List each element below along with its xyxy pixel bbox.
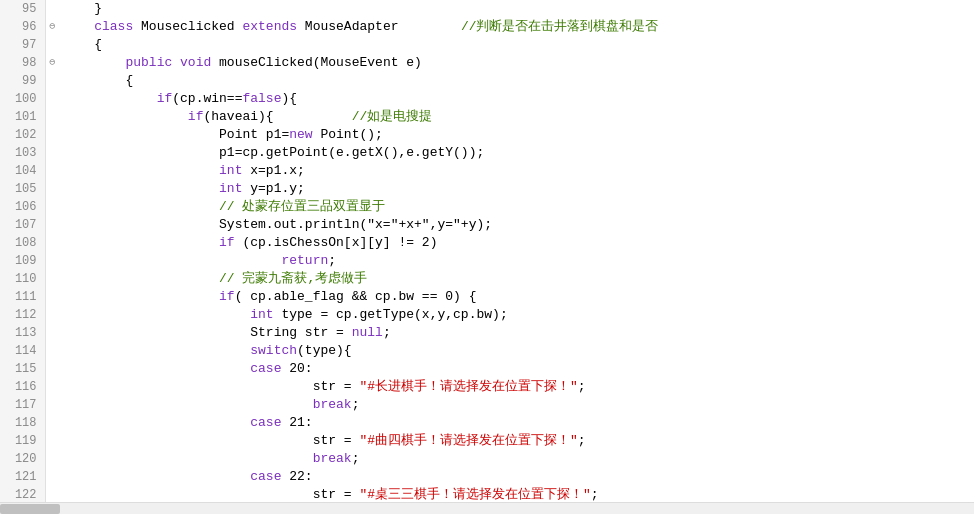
line-content: Point p1=new Point(); bbox=[59, 126, 974, 144]
line-content: case 21: bbox=[59, 414, 974, 432]
table-row: 108 if (cp.isChessOn[x][y] != 2) bbox=[0, 234, 974, 252]
line-content: if(cp.win==false){ bbox=[59, 90, 974, 108]
line-number: 98 bbox=[0, 54, 45, 72]
line-number: 116 bbox=[0, 378, 45, 396]
line-content: break; bbox=[59, 450, 974, 468]
table-row: 98⊖ public void mouseClicked(MouseEvent … bbox=[0, 54, 974, 72]
table-row: 100 if(cp.win==false){ bbox=[0, 90, 974, 108]
code-table: 95 }96⊖ class Mouseclicked extends Mouse… bbox=[0, 0, 974, 514]
line-content: String str = null; bbox=[59, 324, 974, 342]
line-content: case 20: bbox=[59, 360, 974, 378]
table-row: 101 if(haveai){ //如是电搜提 bbox=[0, 108, 974, 126]
fold-icon[interactable] bbox=[45, 396, 59, 414]
fold-icon[interactable] bbox=[45, 306, 59, 324]
line-number: 102 bbox=[0, 126, 45, 144]
line-number: 107 bbox=[0, 216, 45, 234]
line-content: int type = cp.getType(x,y,cp.bw); bbox=[59, 306, 974, 324]
table-row: 109 return; bbox=[0, 252, 974, 270]
line-content: if(haveai){ //如是电搜提 bbox=[59, 108, 974, 126]
table-row: 121 case 22: bbox=[0, 468, 974, 486]
table-row: 106 // 处蒙存位置三品双置显于 bbox=[0, 198, 974, 216]
line-content: break; bbox=[59, 396, 974, 414]
line-number: 99 bbox=[0, 72, 45, 90]
line-content: public void mouseClicked(MouseEvent e) bbox=[59, 54, 974, 72]
fold-icon[interactable] bbox=[45, 342, 59, 360]
line-number: 112 bbox=[0, 306, 45, 324]
table-row: 118 case 21: bbox=[0, 414, 974, 432]
fold-icon[interactable] bbox=[45, 252, 59, 270]
table-row: 107 System.out.println("x="+x+",y="+y); bbox=[0, 216, 974, 234]
fold-icon[interactable] bbox=[45, 108, 59, 126]
line-number: 104 bbox=[0, 162, 45, 180]
line-number: 103 bbox=[0, 144, 45, 162]
fold-icon[interactable] bbox=[45, 288, 59, 306]
line-content: int x=p1.x; bbox=[59, 162, 974, 180]
table-row: 117 break; bbox=[0, 396, 974, 414]
fold-icon[interactable] bbox=[45, 450, 59, 468]
table-row: 103 p1=cp.getPoint(e.getX(),e.getY()); bbox=[0, 144, 974, 162]
line-number: 115 bbox=[0, 360, 45, 378]
fold-icon[interactable] bbox=[45, 324, 59, 342]
table-row: 120 break; bbox=[0, 450, 974, 468]
fold-icon[interactable] bbox=[45, 36, 59, 54]
fold-icon[interactable] bbox=[45, 162, 59, 180]
fold-icon[interactable] bbox=[45, 270, 59, 288]
line-number: 109 bbox=[0, 252, 45, 270]
line-content: if( cp.able_flag && cp.bw == 0) { bbox=[59, 288, 974, 306]
table-row: 113 String str = null; bbox=[0, 324, 974, 342]
table-row: 112 int type = cp.getType(x,y,cp.bw); bbox=[0, 306, 974, 324]
fold-icon[interactable] bbox=[45, 468, 59, 486]
fold-icon[interactable]: ⊖ bbox=[45, 54, 59, 72]
fold-icon[interactable] bbox=[45, 414, 59, 432]
line-content: { bbox=[59, 36, 974, 54]
line-content: // 处蒙存位置三品双置显于 bbox=[59, 198, 974, 216]
fold-icon[interactable] bbox=[45, 216, 59, 234]
line-number: 108 bbox=[0, 234, 45, 252]
line-number: 100 bbox=[0, 90, 45, 108]
line-content: System.out.println("x="+x+",y="+y); bbox=[59, 216, 974, 234]
table-row: 110 // 完蒙九斋获,考虑做手 bbox=[0, 270, 974, 288]
line-content: } bbox=[59, 0, 974, 18]
line-content: class Mouseclicked extends MouseAdapter … bbox=[59, 18, 974, 36]
fold-icon[interactable] bbox=[45, 378, 59, 396]
line-number: 121 bbox=[0, 468, 45, 486]
table-row: 111 if( cp.able_flag && cp.bw == 0) { bbox=[0, 288, 974, 306]
line-number: 105 bbox=[0, 180, 45, 198]
line-content: str = "#长进棋手！请选择发在位置下探！"; bbox=[59, 378, 974, 396]
table-row: 105 int y=p1.y; bbox=[0, 180, 974, 198]
table-row: 97 { bbox=[0, 36, 974, 54]
line-number: 106 bbox=[0, 198, 45, 216]
table-row: 96⊖ class Mouseclicked extends MouseAdap… bbox=[0, 18, 974, 36]
line-content: { bbox=[59, 72, 974, 90]
line-content: switch(type){ bbox=[59, 342, 974, 360]
line-content: case 22: bbox=[59, 468, 974, 486]
scrollbar-thumb[interactable] bbox=[0, 504, 60, 514]
line-content: return; bbox=[59, 252, 974, 270]
line-number: 114 bbox=[0, 342, 45, 360]
line-number: 110 bbox=[0, 270, 45, 288]
line-number: 97 bbox=[0, 36, 45, 54]
table-row: 115 case 20: bbox=[0, 360, 974, 378]
fold-icon[interactable] bbox=[45, 90, 59, 108]
fold-icon[interactable] bbox=[45, 180, 59, 198]
fold-icon[interactable] bbox=[45, 234, 59, 252]
fold-icon[interactable] bbox=[45, 360, 59, 378]
line-content: p1=cp.getPoint(e.getX(),e.getY()); bbox=[59, 144, 974, 162]
line-content: // 完蒙九斋获,考虑做手 bbox=[59, 270, 974, 288]
line-number: 113 bbox=[0, 324, 45, 342]
table-row: 116 str = "#长进棋手！请选择发在位置下探！"; bbox=[0, 378, 974, 396]
horizontal-scrollbar[interactable] bbox=[0, 502, 974, 514]
fold-icon[interactable] bbox=[45, 198, 59, 216]
line-number: 117 bbox=[0, 396, 45, 414]
line-number: 96 bbox=[0, 18, 45, 36]
table-row: 114 switch(type){ bbox=[0, 342, 974, 360]
table-row: 119 str = "#曲四棋手！请选择发在位置下探！"; bbox=[0, 432, 974, 450]
fold-icon[interactable] bbox=[45, 144, 59, 162]
line-number: 95 bbox=[0, 0, 45, 18]
fold-icon[interactable] bbox=[45, 126, 59, 144]
line-number: 119 bbox=[0, 432, 45, 450]
fold-icon[interactable] bbox=[45, 432, 59, 450]
fold-icon[interactable]: ⊖ bbox=[45, 18, 59, 36]
fold-icon[interactable] bbox=[45, 72, 59, 90]
fold-icon[interactable] bbox=[45, 0, 59, 18]
